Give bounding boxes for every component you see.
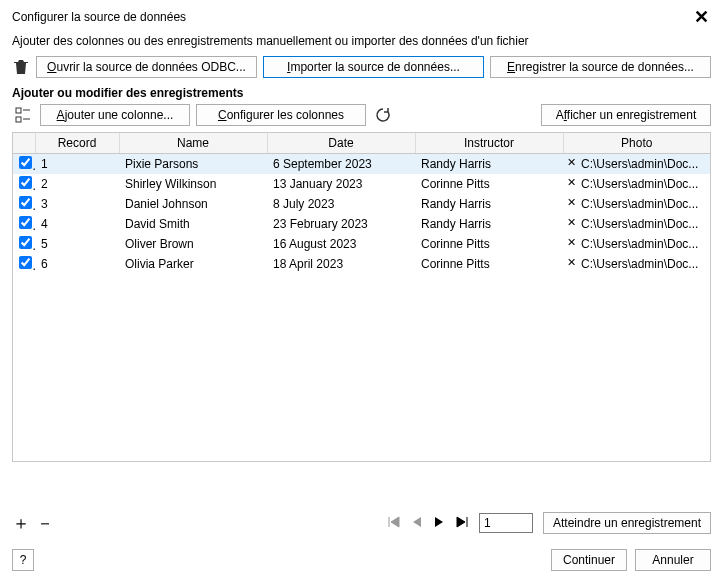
show-record-button[interactable]: Afficher un enregistrement — [541, 104, 711, 126]
last-record-icon[interactable] — [455, 515, 469, 532]
cell-record: 6 — [35, 254, 119, 274]
cell-name: Daniel Johnson — [119, 194, 267, 214]
cancel-button[interactable]: Annuler — [635, 549, 711, 571]
clear-photo-icon[interactable]: ✕ — [567, 216, 576, 229]
cell-name: Pixie Parsons — [119, 154, 267, 175]
help-button[interactable]: ? — [12, 549, 34, 571]
add-row-icon[interactable]: ＋ — [12, 511, 30, 535]
next-record-icon[interactable] — [433, 515, 445, 532]
cell-photo: ✕C:\Users\admin\Doc... — [563, 174, 710, 194]
table-row[interactable]: 3Daniel Johnson8 July 2023Randy Harris✕C… — [13, 194, 710, 214]
clear-photo-icon[interactable]: ✕ — [567, 196, 576, 209]
first-record-icon[interactable] — [387, 515, 401, 532]
cell-instructor: Randy Harris — [415, 214, 563, 234]
cell-photo: ✕C:\Users\admin\Doc... — [563, 254, 710, 274]
table-row[interactable]: 6Olivia Parker18 April 2023Corinne Pitts… — [13, 254, 710, 274]
row-checkbox[interactable] — [19, 176, 32, 189]
cell-instructor: Randy Harris — [415, 154, 563, 175]
goto-record-button[interactable]: Atteindre un enregistrement — [543, 512, 711, 534]
close-icon[interactable]: ✕ — [690, 6, 713, 28]
col-photo-header[interactable]: Photo — [563, 133, 710, 154]
show-record-label: ficher un enregistrement — [567, 108, 696, 122]
cell-date: 13 January 2023 — [267, 174, 415, 194]
cell-date: 8 July 2023 — [267, 194, 415, 214]
continue-button[interactable]: Continuer — [551, 549, 627, 571]
row-checkbox[interactable] — [19, 156, 32, 169]
table-row[interactable]: 5Oliver Brown16 August 2023Corinne Pitts… — [13, 234, 710, 254]
row-checkbox[interactable] — [19, 256, 32, 269]
cell-name: David Smith — [119, 214, 267, 234]
col-date-header[interactable]: Date — [267, 133, 415, 154]
col-record-header[interactable]: Record — [35, 133, 119, 154]
clear-photo-icon[interactable]: ✕ — [567, 236, 576, 249]
page-input[interactable] — [479, 513, 533, 533]
table-row[interactable]: 4David Smith23 February 2023Randy Harris… — [13, 214, 710, 234]
add-column-label: jouter une colonne... — [65, 108, 174, 122]
cell-date: 16 August 2023 — [267, 234, 415, 254]
open-odbc-button[interactable]: Ouvrir la source de données ODBC... — [36, 56, 257, 78]
prev-record-icon[interactable] — [411, 515, 423, 532]
subtitle-text: Ajouter des colonnes ou des enregistreme… — [0, 32, 723, 56]
cell-date: 23 February 2023 — [267, 214, 415, 234]
save-label: nregistrer la source de données... — [515, 60, 694, 74]
cell-record: 3 — [35, 194, 119, 214]
cell-instructor: Corinne Pitts — [415, 234, 563, 254]
refresh-icon[interactable] — [372, 107, 394, 123]
cell-date: 6 September 2023 — [267, 154, 415, 175]
table-row[interactable]: 1Pixie Parsons6 September 2023Randy Harr… — [13, 154, 710, 175]
cell-photo: ✕C:\Users\admin\Doc... — [563, 234, 710, 254]
col-instructor-header[interactable]: Instructor — [415, 133, 563, 154]
cell-name: Olivia Parker — [119, 254, 267, 274]
configure-columns-button[interactable]: Configurer les colonnes — [196, 104, 366, 126]
remove-row-icon[interactable]: － — [36, 511, 54, 535]
window-title: Configurer la source de données — [12, 10, 186, 24]
clear-photo-icon[interactable]: ✕ — [567, 156, 576, 169]
cell-record: 1 — [35, 154, 119, 175]
cell-date: 18 April 2023 — [267, 254, 415, 274]
save-source-button[interactable]: Enregistrer la source de données... — [490, 56, 711, 78]
cell-record: 2 — [35, 174, 119, 194]
cell-photo: ✕C:\Users\admin\Doc... — [563, 194, 710, 214]
col-name-header[interactable]: Name — [119, 133, 267, 154]
row-checkbox[interactable] — [19, 216, 32, 229]
data-table: Record Name Date Instructor Photo 1Pixie… — [12, 132, 711, 462]
col-check-header[interactable] — [13, 133, 35, 154]
svg-rect-0 — [16, 108, 21, 113]
cell-record: 5 — [35, 234, 119, 254]
cell-photo: ✕C:\Users\admin\Doc... — [563, 154, 710, 175]
import-label: mporter la source de données... — [290, 60, 459, 74]
trash-icon[interactable] — [12, 59, 30, 75]
import-button[interactable]: Importer la source de données... — [263, 56, 484, 78]
clear-photo-icon[interactable]: ✕ — [567, 256, 576, 269]
section-label: Ajouter ou modifier des enregistrements — [0, 86, 723, 104]
configure-columns-label: onfigurer les colonnes — [227, 108, 344, 122]
row-checkbox[interactable] — [19, 236, 32, 249]
cell-instructor: Randy Harris — [415, 194, 563, 214]
cell-photo: ✕C:\Users\admin\Doc... — [563, 214, 710, 234]
open-odbc-label: uvrir la source de données ODBC... — [56, 60, 245, 74]
cell-name: Oliver Brown — [119, 234, 267, 254]
row-checkbox[interactable] — [19, 196, 32, 209]
cell-instructor: Corinne Pitts — [415, 174, 563, 194]
layout-icon[interactable] — [12, 107, 34, 123]
cell-record: 4 — [35, 214, 119, 234]
table-row[interactable]: 2Shirley Wilkinson13 January 2023Corinne… — [13, 174, 710, 194]
clear-photo-icon[interactable]: ✕ — [567, 176, 576, 189]
cell-name: Shirley Wilkinson — [119, 174, 267, 194]
svg-rect-1 — [16, 117, 21, 122]
add-column-button[interactable]: Ajouter une colonne... — [40, 104, 190, 126]
cell-instructor: Corinne Pitts — [415, 254, 563, 274]
